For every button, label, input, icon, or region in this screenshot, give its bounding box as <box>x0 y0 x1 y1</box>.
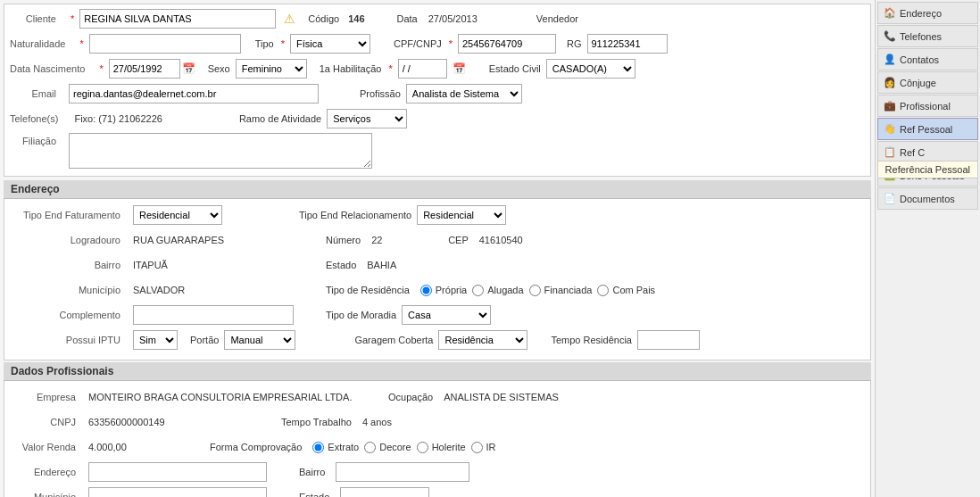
hab-required: * <box>388 63 392 74</box>
empresa-label: Empresa <box>12 392 83 402</box>
filiacao-label: Filiação <box>10 133 63 146</box>
ramo-select[interactable]: Serviços Comércio <box>327 109 407 128</box>
valor-renda-label: Valor Renda <box>12 442 83 452</box>
sexo-label: Sexo <box>208 63 230 74</box>
hab-label: 1a Habilitação <box>320 63 382 74</box>
cep-label: CEP <box>448 235 469 245</box>
tempo-res-input[interactable] <box>637 330 700 350</box>
end-prof-input[interactable] <box>88 462 267 482</box>
dados-prof-header: Dados Profissionais <box>4 362 871 381</box>
sidebar-btn-documentos[interactable]: 📄 Documentos <box>877 187 978 210</box>
cal-icon: 📅 <box>182 62 195 75</box>
tipo-label: Tipo <box>255 38 274 49</box>
data-value: 27/05/2013 <box>428 13 478 24</box>
naturalidade-label: Naturalidade <box>10 38 72 49</box>
radio-propria[interactable] <box>420 285 432 296</box>
sexo-select[interactable]: Feminino Masculino <box>236 59 307 79</box>
cpfcnpj-input[interactable] <box>458 34 556 54</box>
municipio-prof-label: Município <box>12 492 83 497</box>
sidebar-btn-contatos[interactable]: 👤 Contatos <box>877 48 978 70</box>
estado-prof-input[interactable] <box>340 487 429 497</box>
data-label: Data <box>397 13 418 24</box>
radio-decore[interactable] <box>364 442 376 453</box>
complemento-label: Complemento <box>12 310 128 320</box>
telefones-icon: 📞 <box>884 30 896 42</box>
tipo-fat-select[interactable]: Residencial <box>133 205 222 225</box>
compais-label: Com Pais <box>612 285 655 295</box>
profissional-btn-label: Profissional <box>900 101 951 112</box>
sidebar-btn-ref-pessoal[interactable]: 👋 Ref Pessoal <box>877 118 978 140</box>
radio-financiada[interactable] <box>529 285 541 296</box>
estado-civil-select[interactable]: CASADO(A) SOLTEIRO(A) <box>546 59 635 79</box>
profissao-select[interactable]: Analista de Sistema <box>406 84 522 104</box>
bairro-prof-input[interactable] <box>336 462 469 482</box>
radio-alugada[interactable] <box>472 285 484 296</box>
cliente-input[interactable] <box>79 9 276 29</box>
nascimento-required: * <box>99 63 103 74</box>
municipio-prof-input[interactable] <box>88 487 267 497</box>
naturalidade-required: * <box>79 38 83 49</box>
radio-ir[interactable] <box>471 442 483 453</box>
conjuge-btn-label: Cônjuge <box>900 78 936 88</box>
valor-renda-value: 4.000,00 <box>88 442 178 452</box>
sidebar-btn-conjuge[interactable]: 👩 Cônjuge <box>877 71 978 94</box>
propria-label: Própria <box>436 285 467 295</box>
ramo-label: Ramo de Atividade <box>239 113 321 124</box>
financiada-label: Financiada <box>544 285 593 295</box>
tipo-fat-label: Tipo End Faturamento <box>12 210 128 220</box>
tipo-rel-select[interactable]: Residencial <box>417 205 506 225</box>
sidebar-btn-endereco[interactable]: 🏠 Endereço <box>877 2 978 24</box>
sidebar-btn-profissional[interactable]: 💼 Profissional <box>877 95 978 117</box>
complemento-input[interactable] <box>133 305 294 325</box>
codigo-value: 146 <box>348 13 364 24</box>
tipo-moradia-label: Tipo de Moradia <box>326 310 396 320</box>
portao-select[interactable]: Manual <box>224 330 295 350</box>
holerite-label: Holerite <box>432 442 466 452</box>
tipo-select[interactable]: Física Jurídica <box>290 34 370 54</box>
garagem-select[interactable]: Residência <box>438 330 527 350</box>
tipo-rel-label: Tipo End Relacionamento <box>299 210 411 220</box>
naturalidade-input[interactable] <box>89 34 241 54</box>
contatos-icon: 👤 <box>884 54 896 65</box>
nascimento-label: Data Nascimento <box>10 63 92 74</box>
decore-label: Decore <box>379 442 411 452</box>
logradouro-label: Logradouro <box>12 235 128 245</box>
hab-input[interactable] <box>398 59 447 79</box>
tempo-trab-label: Tempo Trabalho <box>281 417 352 427</box>
cpfcnpj-required: * <box>449 38 453 49</box>
garagem-label: Garagem Coberta <box>354 335 433 345</box>
filiacao-input[interactable] <box>69 133 372 169</box>
end-prof-label: Endereço <box>12 467 83 477</box>
radio-extrato[interactable] <box>312 442 324 453</box>
codigo-label: Código <box>308 13 339 24</box>
documentos-btn-label: Documentos <box>900 194 955 204</box>
radio-compais[interactable] <box>597 285 609 296</box>
radio-holerite[interactable] <box>417 442 428 453</box>
nascimento-input[interactable] <box>109 59 180 79</box>
bairro-end-label: Bairro <box>12 260 128 270</box>
alugada-label: Alugada <box>487 285 523 295</box>
cnpj-value: 63356000000149 <box>88 417 249 427</box>
cliente-label: Cliente <box>10 13 63 24</box>
cpfcnpj-label: CPF/CNPJ <box>394 38 442 49</box>
profissional-icon: 💼 <box>884 100 896 112</box>
email-input[interactable] <box>69 84 319 104</box>
estado-prof-label: Estado <box>299 492 329 497</box>
profissao-label: Profissão <box>360 88 401 99</box>
possui-iptu-label: Possui IPTU <box>12 335 128 345</box>
rg-input[interactable] <box>587 34 668 54</box>
possui-iptu-select[interactable]: Sim Não <box>133 330 178 350</box>
ref-c-btn-label: Ref C <box>900 147 925 158</box>
extrato-label: Extrato <box>328 442 359 452</box>
forma-comp-label: Forma Comprovação <box>210 442 302 452</box>
warn-icon: ⚠ <box>284 12 295 26</box>
portao-label: Portão <box>190 335 219 345</box>
bairro-prof-label: Bairro <box>299 467 325 477</box>
ir-label: IR <box>486 442 496 452</box>
bairro-end-value: ITAPUÃ <box>133 260 294 270</box>
cep-value: 41610540 <box>479 235 523 245</box>
sidebar-btn-telefones[interactable]: 📞 Telefones <box>877 25 978 47</box>
sidebar: 🏠 Endereço 📞 Telefones 👤 Contatos 👩 Cônj… <box>875 0 980 497</box>
tipo-moradia-select[interactable]: Casa <box>402 305 491 325</box>
tempo-res-label: Tempo Residência <box>551 335 632 345</box>
